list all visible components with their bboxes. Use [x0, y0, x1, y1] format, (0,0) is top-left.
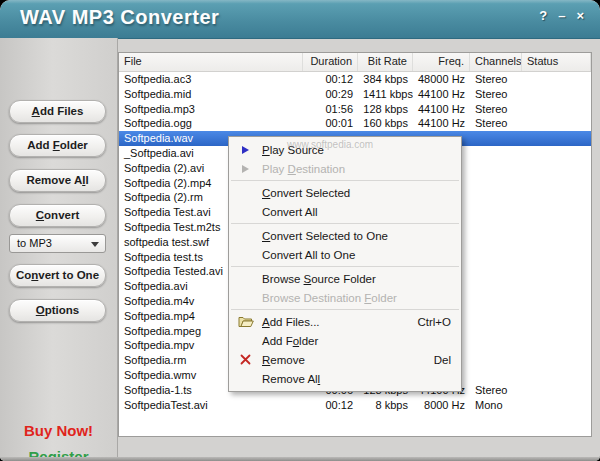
menu-item-add-files[interactable]: Add Files...Ctrl+O [229, 312, 461, 331]
chevron-down-icon [91, 242, 99, 247]
menu-item-label: Convert Selected [262, 187, 350, 199]
table-cell: 00:12 [303, 398, 358, 413]
menu-item-label: Play Source [262, 144, 324, 156]
menu-item-label: Play Destination [262, 163, 345, 175]
table-cell [522, 72, 591, 87]
column-header-channels[interactable]: Channels [470, 53, 522, 71]
table-row[interactable]: SoftpediaTest.avi00:128 kbps8000 HzMono [119, 398, 591, 413]
table-cell [470, 131, 522, 146]
remove-all-button[interactable]: Remove All [9, 169, 106, 192]
table-cell [522, 398, 591, 413]
table-cell [470, 309, 522, 324]
menu-item-label: Browse Destination Folder [262, 292, 397, 304]
table-cell [470, 220, 522, 235]
table-cell [522, 146, 591, 161]
window-controls: ? – × [539, 8, 584, 23]
table-cell: 384 kbps [358, 72, 413, 87]
menu-item-add-folder[interactable]: Add Folder [229, 331, 461, 350]
table-cell: 00:12 [303, 72, 358, 87]
table-cell [522, 131, 591, 146]
table-cell [522, 309, 591, 324]
options-button[interactable]: Options [9, 299, 106, 322]
context-menu-items: Play SourcePlay DestinationConvert Selec… [229, 140, 461, 388]
context-menu: www.softpedia.com Play SourcePlay Destin… [228, 136, 462, 392]
menu-item-convert-all-to-one[interactable]: Convert All to One [229, 245, 461, 264]
column-header-duration[interactable]: Duration [303, 53, 358, 71]
minimize-button[interactable]: – [558, 8, 565, 23]
convert-to-one-button[interactable]: Convert to One [9, 264, 106, 287]
menu-item-label: Add Folder [262, 335, 318, 347]
table-row[interactable]: Softpedia.ac300:12384 kbps48000 HzStereo [119, 72, 591, 87]
menu-separator [231, 309, 459, 310]
table-cell [470, 368, 522, 383]
table-cell: 00:29 [303, 87, 358, 102]
column-header-file[interactable]: File [119, 53, 303, 71]
convert-button[interactable]: Convert [9, 204, 106, 227]
table-cell: 160 kbps [358, 116, 413, 131]
table-cell: Softpedia.ac3 [119, 72, 303, 87]
table-cell: 01:56 [303, 102, 358, 117]
app-window: WAV MP3 Converter ? – × Add FilesAdd Fol… [0, 0, 600, 461]
table-cell [470, 353, 522, 368]
menu-item-remove[interactable]: RemoveDel [229, 350, 461, 369]
table-cell [522, 190, 591, 205]
menu-item-label: Convert All to One [262, 249, 355, 261]
menu-item-convert-selected[interactable]: Convert Selected [229, 183, 461, 202]
title-bar[interactable]: WAV MP3 Converter ? – × [0, 0, 600, 39]
table-cell: Mono [470, 398, 522, 413]
help-button[interactable]: ? [539, 8, 547, 23]
table-cell [470, 190, 522, 205]
table-row[interactable]: Softpedia.ogg00:01160 kbps44100 HzStereo [119, 116, 591, 131]
table-cell [522, 161, 591, 176]
table-cell [470, 264, 522, 279]
buy-now-label[interactable]: Buy Now! [0, 422, 117, 439]
column-header-status[interactable]: Status [522, 53, 591, 71]
menu-item-convert-all[interactable]: Convert All [229, 202, 461, 221]
menu-item-play-source[interactable]: Play Source [229, 140, 461, 159]
menu-item-browse-source-folder[interactable]: Browse Source Folder [229, 269, 461, 288]
table-cell [522, 87, 591, 102]
table-cell: Softpedia.ogg [119, 116, 303, 131]
menu-item-label: Convert Selected to One [262, 230, 388, 242]
table-cell: 00:01 [303, 116, 358, 131]
column-header-freq[interactable]: Freq. [413, 53, 470, 71]
table-row[interactable]: Softpedia.mid00:291411 kbps44100 HzStere… [119, 87, 591, 102]
table-cell [522, 176, 591, 191]
add-folder-button[interactable]: Add Folder [9, 134, 106, 157]
play-icon [229, 165, 262, 173]
table-cell [470, 294, 522, 309]
menu-item-convert-selected-to-one[interactable]: Convert Selected to One [229, 226, 461, 245]
output-format-value: to MP3 [17, 237, 52, 249]
table-cell: Stereo [470, 116, 522, 131]
table-cell: 44100 Hz [413, 116, 470, 131]
app-title: WAV MP3 Converter [20, 6, 219, 29]
table-row[interactable]: Softpedia.mp301:56128 kbps44100 HzStereo [119, 102, 591, 117]
table-cell [522, 279, 591, 294]
menu-item-shortcut: Ctrl+O [397, 316, 451, 328]
table-cell: SoftpediaTest.avi [119, 398, 303, 413]
table-cell [522, 102, 591, 117]
menu-item-browse-destination-folder: Browse Destination Folder [229, 288, 461, 307]
table-cell [470, 176, 522, 191]
table-cell [522, 353, 591, 368]
table-cell [470, 161, 522, 176]
table-cell [522, 205, 591, 220]
output-format-select[interactable]: to MP3 [9, 234, 106, 253]
table-cell [522, 220, 591, 235]
menu-item-label: Remove [262, 354, 305, 366]
table-cell [522, 250, 591, 265]
table-cell [522, 235, 591, 250]
table-cell: 8000 Hz [413, 398, 470, 413]
table-cell: Softpedia.mp3 [119, 102, 303, 117]
add-files-button[interactable]: Add Files [9, 100, 106, 123]
table-cell [470, 250, 522, 265]
menu-separator [231, 180, 459, 181]
column-header-bit-rate[interactable]: Bit Rate [358, 53, 413, 71]
close-button[interactable]: × [576, 8, 584, 23]
table-cell [470, 338, 522, 353]
menu-item-label: Convert All [262, 206, 318, 218]
table-cell [522, 338, 591, 353]
table-cell [470, 146, 522, 161]
table-cell: 44100 Hz [413, 102, 470, 117]
menu-item-remove-all[interactable]: Remove All [229, 369, 461, 388]
